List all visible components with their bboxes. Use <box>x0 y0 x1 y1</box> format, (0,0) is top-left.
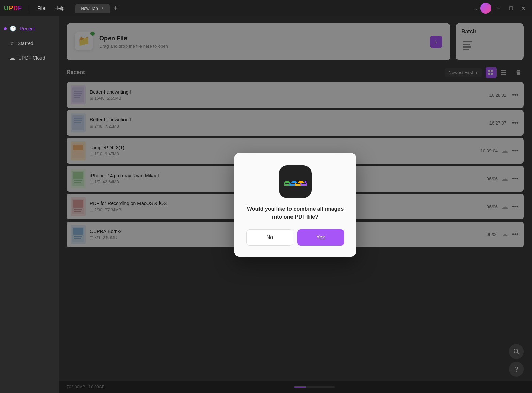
user-avatar[interactable] <box>480 3 491 14</box>
sidebar-item-recent[interactable]: 🕐 Recent <box>3 22 56 35</box>
recent-icon: 🕐 <box>10 25 16 32</box>
window-controls: ⌄ − □ ✕ <box>473 3 528 14</box>
no-button[interactable]: No <box>246 229 293 246</box>
starred-icon: ☆ <box>10 40 14 46</box>
menu-file[interactable]: File <box>33 4 49 12</box>
menu-help[interactable]: Help <box>51 4 69 12</box>
active-indicator <box>4 27 7 30</box>
yes-button[interactable]: Yes <box>297 229 344 246</box>
tab-new[interactable]: New Tab ✕ <box>75 4 109 13</box>
maximize-button[interactable]: □ <box>506 3 516 13</box>
cloud-icon: ☁ <box>10 54 15 61</box>
sidebar-item-cloud[interactable]: ☁ UPDF Cloud <box>3 51 56 64</box>
app-icon <box>279 165 312 198</box>
tab-bar: New Tab ✕ + <box>75 3 472 13</box>
sidebar-item-starred[interactable]: ☆ Starred <box>3 36 56 50</box>
main-layout: 🕐 Recent ☆ Starred ☁ UPDF Cloud 📁 Open F… <box>0 16 532 393</box>
modal-overlay[interactable]: Would you like to combine all images int… <box>59 16 532 393</box>
dialog: Would you like to combine all images int… <box>234 153 356 257</box>
sidebar-label-recent: Recent <box>20 26 35 31</box>
close-window-button[interactable]: ✕ <box>518 3 528 13</box>
titlebar-divider <box>29 4 29 12</box>
tab-dropdown-icon[interactable]: ⌄ <box>473 5 478 12</box>
sidebar-label-cloud: UPDF Cloud <box>18 55 45 61</box>
tab-label: New Tab <box>81 6 98 11</box>
add-tab-button[interactable]: + <box>111 3 120 13</box>
app-logo: U P D F <box>4 5 22 12</box>
sidebar: 🕐 Recent ☆ Starred ☁ UPDF Cloud <box>0 16 59 393</box>
svg-rect-48 <box>283 186 307 190</box>
logo-u: U <box>4 5 9 12</box>
titlebar: U P D F File Help New Tab ✕ + ⌄ − □ ✕ <box>0 0 532 16</box>
logo-p: P <box>9 5 13 12</box>
content-area: 📁 Open File Drag and drop the file here … <box>59 16 532 393</box>
logo-d: D <box>13 5 18 12</box>
minimize-button[interactable]: − <box>494 3 503 13</box>
modal-title: Would you like to combine all images int… <box>246 205 344 221</box>
sidebar-label-starred: Starred <box>18 40 33 46</box>
close-tab-button[interactable]: ✕ <box>101 6 104 11</box>
menu-bar: File Help <box>33 4 68 12</box>
modal-buttons: No Yes <box>246 229 344 246</box>
logo-f: F <box>18 5 22 12</box>
